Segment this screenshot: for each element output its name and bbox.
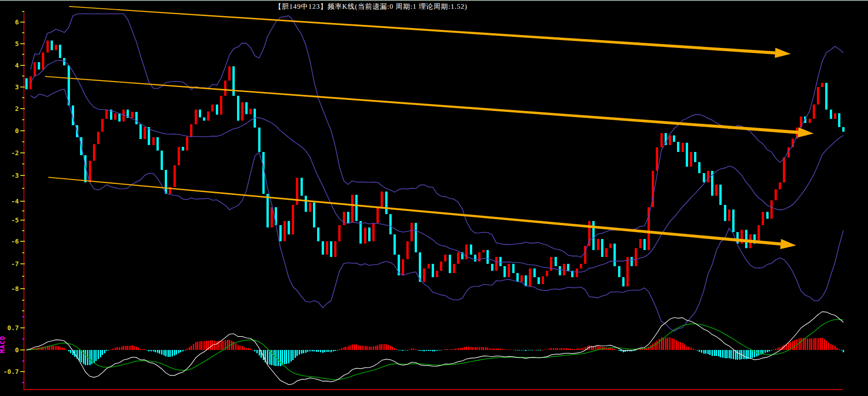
macd-hist-bar-down bbox=[89, 350, 91, 365]
candle-down bbox=[486, 250, 489, 264]
macd-hist-bar-up bbox=[453, 349, 455, 350]
macd-hist-bar-down bbox=[172, 350, 173, 356]
candle-down bbox=[724, 205, 726, 221]
candle-up bbox=[228, 66, 231, 81]
macd-hist-bar-up bbox=[466, 347, 467, 350]
y-axis-tick bbox=[20, 201, 25, 202]
candle-down bbox=[538, 277, 540, 284]
macd-hist-bar-down bbox=[752, 350, 753, 358]
macd-hist-bar-up bbox=[112, 349, 114, 350]
macd-hist-bar-up bbox=[383, 344, 385, 350]
candle-down bbox=[199, 110, 201, 117]
macd-hist-bar-up bbox=[451, 349, 452, 350]
macd-hist-bar-down bbox=[299, 350, 300, 355]
candle-up bbox=[376, 207, 379, 223]
candle-up bbox=[249, 109, 252, 114]
candle-up bbox=[34, 62, 36, 76]
macd-hist-bar-up bbox=[489, 348, 491, 350]
macd-hist-bar-up bbox=[66, 349, 67, 350]
macd-hist-bar-down bbox=[697, 350, 698, 350]
macd-hist-bar-up bbox=[365, 346, 366, 350]
macd-hist-bar-up bbox=[676, 340, 677, 350]
candle-up bbox=[195, 110, 197, 124]
y-axis-minor-tick bbox=[22, 163, 24, 164]
candle-up bbox=[762, 212, 764, 226]
macd-hist-bar-down bbox=[98, 350, 99, 359]
macd-hist-bar-up bbox=[352, 344, 353, 350]
chart-canvas[interactable]: 654320-2-3-4-5-6-7-80.70-0.7 bbox=[0, 0, 868, 396]
candle-up bbox=[440, 262, 442, 271]
macd-hist-bar-up bbox=[237, 345, 239, 350]
macd-hist-bar-down bbox=[148, 350, 150, 351]
macd-hist-bar-up bbox=[110, 349, 112, 350]
macd-hist-bar-down bbox=[402, 350, 404, 351]
macd-hist-bar-up bbox=[557, 348, 558, 350]
y-axis-label: 4 bbox=[15, 62, 19, 69]
y-axis-label: -2 bbox=[11, 149, 19, 157]
candle-up bbox=[482, 250, 485, 252]
macd-hist-bar-down bbox=[527, 350, 529, 350]
macd-hist-bar-up bbox=[411, 349, 412, 350]
macd-hist-bar-up bbox=[671, 338, 673, 350]
candle-up bbox=[779, 182, 781, 189]
y-axis-tick bbox=[20, 263, 25, 264]
macd-axis-minor-tick bbox=[22, 361, 24, 361]
candle-up bbox=[351, 195, 353, 223]
macd-hist-bar-down bbox=[436, 350, 438, 351]
macd-hist-bar-up bbox=[566, 348, 567, 350]
macd-hist-bar-down bbox=[108, 350, 110, 350]
macd-hist-bar-down bbox=[295, 350, 296, 358]
macd-hist-bar-up bbox=[455, 349, 457, 350]
candle-down bbox=[516, 273, 519, 282]
macd-hist-bar-down bbox=[307, 350, 308, 352]
macd-hist-bar-up bbox=[508, 349, 509, 350]
macd-hist-bar-down bbox=[290, 350, 292, 361]
macd-hist-bar-up bbox=[567, 349, 569, 350]
macd-hist-bar-down bbox=[153, 350, 154, 351]
macd-hist-bar-down bbox=[407, 350, 408, 350]
macd-hist-bar-down bbox=[280, 350, 281, 366]
macd-hist-bar-down bbox=[517, 350, 518, 350]
macd-hist-bar-up bbox=[654, 342, 656, 350]
macd-hist-bar-down bbox=[93, 350, 95, 363]
macd-hist-bar-down bbox=[417, 350, 419, 350]
macd-hist-bar-up bbox=[616, 350, 618, 350]
candle-up bbox=[682, 143, 684, 151]
candle-up bbox=[707, 171, 709, 182]
macd-hist-bar-down bbox=[165, 350, 167, 356]
y-axis-tick bbox=[20, 175, 25, 176]
candle-up bbox=[190, 124, 192, 137]
macd-hist-bar-down bbox=[422, 350, 423, 351]
macd-hist-bar-up bbox=[686, 346, 688, 350]
macd-hist-bar-up bbox=[447, 349, 448, 350]
macd-hist-bar-up bbox=[186, 349, 188, 350]
macd-hist-bar-down bbox=[439, 350, 440, 350]
macd-hist-bar-up bbox=[390, 346, 391, 350]
macd-hist-bar-up bbox=[369, 347, 370, 350]
candle-down bbox=[703, 173, 705, 182]
candle-down bbox=[347, 212, 349, 223]
candle-up bbox=[576, 268, 578, 278]
candle-up bbox=[821, 83, 823, 87]
y-axis-minor-tick bbox=[22, 188, 24, 189]
macd-hist-bar-down bbox=[309, 350, 311, 351]
candle-down bbox=[305, 196, 307, 211]
macd-hist-bar-up bbox=[379, 344, 381, 350]
trend-arrow-shaft bbox=[45, 76, 798, 134]
macd-hist-bar-down bbox=[267, 350, 268, 364]
macd-hist-bar-up bbox=[502, 349, 503, 350]
macd-hist-bar-up bbox=[673, 339, 675, 350]
macd-hist-bar-down bbox=[532, 350, 533, 350]
candle-down bbox=[567, 264, 569, 271]
trend-arrow-shaft bbox=[48, 177, 781, 245]
candle-up bbox=[529, 268, 531, 286]
macd-hist-bar-down bbox=[328, 350, 330, 352]
macd-hist-bar-down bbox=[515, 350, 516, 350]
macd-hist-bar-up bbox=[828, 343, 829, 350]
candle-down bbox=[266, 194, 269, 228]
candle-down bbox=[38, 62, 40, 70]
band-middle-line bbox=[30, 60, 843, 272]
y-axis-minor-tick bbox=[22, 310, 24, 311]
macd-hist-bar-up bbox=[614, 349, 615, 350]
trend-arrow-head bbox=[798, 128, 814, 138]
